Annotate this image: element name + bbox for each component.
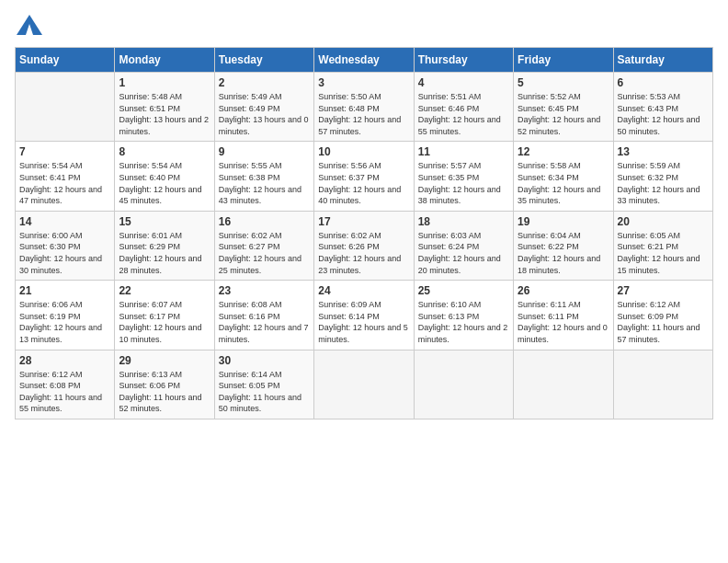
calendar-day-cell [16,73,115,142]
day-info: Sunrise: 5:56 AM Sunset: 6:37 PM Dayligh… [318,160,409,206]
calendar-day-cell: 2Sunrise: 5:49 AM Sunset: 6:49 PM Daylig… [214,73,313,142]
day-info: Sunrise: 6:02 AM Sunset: 6:27 PM Dayligh… [219,230,310,276]
day-info: Sunrise: 6:07 AM Sunset: 6:17 PM Dayligh… [119,299,210,345]
calendar-day-cell: 26Sunrise: 6:11 AM Sunset: 6:11 PM Dayli… [514,281,613,350]
calendar-day-cell: 28Sunrise: 6:12 AM Sunset: 6:08 PM Dayli… [16,350,115,419]
day-info: Sunrise: 5:58 AM Sunset: 6:34 PM Dayligh… [518,160,609,206]
calendar-header-row: SundayMondayTuesdayWednesdayThursdayFrid… [16,48,713,73]
day-number: 17 [318,215,409,228]
day-info: Sunrise: 5:55 AM Sunset: 6:38 PM Dayligh… [219,160,310,206]
calendar-day-cell: 17Sunrise: 6:02 AM Sunset: 6:26 PM Dayli… [314,211,414,280]
day-info: Sunrise: 6:05 AM Sunset: 6:21 PM Dayligh… [618,230,709,276]
calendar-header-cell: Tuesday [214,48,313,73]
calendar-week-row: 7Sunrise: 5:54 AM Sunset: 6:41 PM Daylig… [16,142,713,211]
calendar-header-cell: Monday [115,48,214,73]
calendar-week-row: 28Sunrise: 6:12 AM Sunset: 6:08 PM Dayli… [16,350,713,419]
calendar-day-cell: 7Sunrise: 5:54 AM Sunset: 6:41 PM Daylig… [16,142,115,211]
day-number: 19 [518,215,609,228]
day-number: 22 [119,284,210,297]
day-number: 7 [19,145,110,158]
day-info: Sunrise: 6:14 AM Sunset: 6:05 PM Dayligh… [219,369,310,415]
calendar-day-cell [414,350,513,419]
day-info: Sunrise: 5:52 AM Sunset: 6:45 PM Dayligh… [518,91,609,137]
day-number: 5 [518,76,609,89]
calendar-day-cell: 12Sunrise: 5:58 AM Sunset: 6:34 PM Dayli… [514,142,613,211]
calendar-header-cell: Wednesday [314,48,414,73]
calendar-day-cell: 4Sunrise: 5:51 AM Sunset: 6:46 PM Daylig… [414,73,513,142]
day-info: Sunrise: 6:13 AM Sunset: 6:06 PM Dayligh… [119,369,210,415]
calendar-day-cell [514,350,613,419]
day-number: 27 [618,284,709,297]
day-info: Sunrise: 6:01 AM Sunset: 6:29 PM Dayligh… [119,230,210,276]
calendar-day-cell: 29Sunrise: 6:13 AM Sunset: 6:06 PM Dayli… [115,350,214,419]
calendar-header-cell: Friday [514,48,613,73]
day-info: Sunrise: 5:48 AM Sunset: 6:51 PM Dayligh… [119,91,210,137]
calendar-day-cell: 18Sunrise: 6:03 AM Sunset: 6:24 PM Dayli… [414,211,513,280]
day-number: 25 [418,284,509,297]
calendar-day-cell: 14Sunrise: 6:00 AM Sunset: 6:30 PM Dayli… [16,211,115,280]
calendar-day-cell: 15Sunrise: 6:01 AM Sunset: 6:29 PM Dayli… [115,211,214,280]
day-number: 3 [318,76,409,89]
day-number: 8 [119,145,210,158]
calendar-day-cell: 21Sunrise: 6:06 AM Sunset: 6:19 PM Dayli… [16,281,115,350]
calendar-day-cell: 6Sunrise: 5:53 AM Sunset: 6:43 PM Daylig… [613,73,712,142]
day-info: Sunrise: 5:50 AM Sunset: 6:48 PM Dayligh… [318,91,409,137]
day-number: 29 [119,354,210,367]
calendar-day-cell: 27Sunrise: 6:12 AM Sunset: 6:09 PM Dayli… [613,281,712,350]
day-number: 14 [19,215,110,228]
day-info: Sunrise: 6:11 AM Sunset: 6:11 PM Dayligh… [518,299,609,345]
day-number: 16 [219,215,310,228]
day-info: Sunrise: 6:04 AM Sunset: 6:22 PM Dayligh… [518,230,609,276]
day-info: Sunrise: 5:54 AM Sunset: 6:41 PM Dayligh… [19,160,110,206]
day-number: 18 [418,215,509,228]
day-number: 21 [19,284,110,297]
calendar-day-cell: 19Sunrise: 6:04 AM Sunset: 6:22 PM Dayli… [514,211,613,280]
calendar-day-cell: 30Sunrise: 6:14 AM Sunset: 6:05 PM Dayli… [214,350,313,419]
calendar-header-cell: Sunday [16,48,115,73]
calendar-day-cell: 1Sunrise: 5:48 AM Sunset: 6:51 PM Daylig… [115,73,214,142]
day-info: Sunrise: 6:00 AM Sunset: 6:30 PM Dayligh… [19,230,110,276]
day-number: 23 [219,284,310,297]
day-info: Sunrise: 6:12 AM Sunset: 6:08 PM Dayligh… [19,369,110,415]
day-number: 4 [418,76,509,89]
day-info: Sunrise: 6:12 AM Sunset: 6:09 PM Dayligh… [618,299,709,345]
calendar-day-cell: 8Sunrise: 5:54 AM Sunset: 6:40 PM Daylig… [115,142,214,211]
calendar-day-cell: 9Sunrise: 5:55 AM Sunset: 6:38 PM Daylig… [214,142,313,211]
day-info: Sunrise: 5:53 AM Sunset: 6:43 PM Dayligh… [618,91,709,137]
calendar-day-cell [314,350,414,419]
day-number: 6 [618,76,709,89]
logo [15,15,42,40]
day-number: 13 [618,145,709,158]
calendar-week-row: 21Sunrise: 6:06 AM Sunset: 6:19 PM Dayli… [16,281,713,350]
day-info: Sunrise: 5:57 AM Sunset: 6:35 PM Dayligh… [418,160,509,206]
day-number: 9 [219,145,310,158]
calendar-week-row: 1Sunrise: 5:48 AM Sunset: 6:51 PM Daylig… [16,73,713,142]
day-number: 1 [119,76,210,89]
day-number: 24 [318,284,409,297]
calendar-day-cell [613,350,712,419]
day-number: 11 [418,145,509,158]
calendar-header-cell: Thursday [414,48,513,73]
day-info: Sunrise: 5:51 AM Sunset: 6:46 PM Dayligh… [418,91,509,137]
calendar-day-cell: 3Sunrise: 5:50 AM Sunset: 6:48 PM Daylig… [314,73,414,142]
calendar-day-cell: 24Sunrise: 6:09 AM Sunset: 6:14 PM Dayli… [314,281,414,350]
calendar-day-cell: 20Sunrise: 6:05 AM Sunset: 6:21 PM Dayli… [613,211,712,280]
calendar-day-cell: 13Sunrise: 5:59 AM Sunset: 6:32 PM Dayli… [613,142,712,211]
calendar-table: SundayMondayTuesdayWednesdayThursdayFrid… [15,47,713,419]
day-number: 15 [119,215,210,228]
day-info: Sunrise: 5:49 AM Sunset: 6:49 PM Dayligh… [219,91,310,137]
calendar-day-cell: 5Sunrise: 5:52 AM Sunset: 6:45 PM Daylig… [514,73,613,142]
day-info: Sunrise: 6:03 AM Sunset: 6:24 PM Dayligh… [418,230,509,276]
day-info: Sunrise: 6:08 AM Sunset: 6:16 PM Dayligh… [219,299,310,345]
day-info: Sunrise: 5:54 AM Sunset: 6:40 PM Dayligh… [119,160,210,206]
day-info: Sunrise: 6:02 AM Sunset: 6:26 PM Dayligh… [318,230,409,276]
logo-wordmark [15,15,42,40]
day-info: Sunrise: 6:09 AM Sunset: 6:14 PM Dayligh… [318,299,409,345]
day-number: 10 [318,145,409,158]
calendar-day-cell: 11Sunrise: 5:57 AM Sunset: 6:35 PM Dayli… [414,142,513,211]
calendar-day-cell: 16Sunrise: 6:02 AM Sunset: 6:27 PM Dayli… [214,211,313,280]
calendar-day-cell: 23Sunrise: 6:08 AM Sunset: 6:16 PM Dayli… [214,281,313,350]
day-info: Sunrise: 6:06 AM Sunset: 6:19 PM Dayligh… [19,299,110,345]
day-number: 26 [518,284,609,297]
day-info: Sunrise: 6:10 AM Sunset: 6:13 PM Dayligh… [418,299,509,345]
